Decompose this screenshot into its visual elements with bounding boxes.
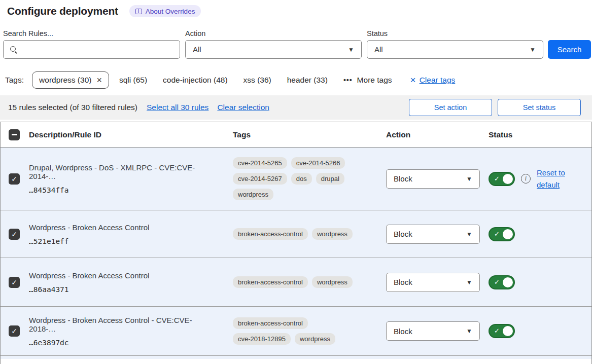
tag-pill: wordpress [312,276,353,288]
rule-description: Wordpress - Broken Access Control [29,271,216,280]
table-header: Description/Rule ID Tags Action Status [1,122,591,148]
indeterminate-icon [12,134,17,135]
remove-tag-icon[interactable]: × [96,76,102,85]
rule-id: …86aa4371 [29,285,216,294]
tag-pill: wordpress [295,333,335,345]
selected-tag-wordpress[interactable]: wordpress (30) × [32,71,109,89]
tag-sqli[interactable]: sqli (65) [119,76,147,85]
about-overrides-label: About Overrides [146,8,195,15]
toggle-knob [503,174,513,184]
select-all-link[interactable]: Select all 30 rules [147,103,208,112]
search-rules-inputbox [3,40,180,59]
tag-pill: broken-access-control [233,276,308,288]
rule-tags: cve-2014-5265cve-2014-5266cve-2014-5267d… [233,157,361,200]
tags-label: Tags: [5,76,24,85]
chevron-down-icon: ▼ [466,175,472,183]
toggle-knob [503,277,513,287]
chevron-down-icon: ▼ [348,46,354,53]
set-status-button[interactable]: Set status [498,99,581,116]
tag-pill: wordpress [233,189,273,200]
action-filter-label: Action [185,29,362,38]
check-icon: ✓ [494,278,500,286]
rules-table: Description/Rule ID Tags Action Status ✓… [0,122,592,364]
action-select-value: Block [394,174,412,183]
selection-bar: 15 rules selected (of 30 filtered rules)… [0,95,592,120]
tag-pill: cve-2014-5267 [233,173,287,185]
clear-selection-link[interactable]: Clear selection [217,103,269,112]
tag-pill: broken-access-control [233,317,308,329]
book-icon [135,9,142,14]
toggle-knob [503,229,513,239]
status-toggle[interactable]: ✓ [489,324,515,338]
clear-tags-button[interactable]: × Clear tags [410,75,456,85]
check-icon: ✓ [494,230,500,238]
row-checkbox[interactable]: ✓ [9,229,20,240]
table-row: ✓ Wordpress - Broken Access Control - CV… [1,307,591,356]
row-checkbox[interactable]: ✓ [9,277,20,288]
chevron-down-icon: ▼ [466,231,472,238]
status-filter-select[interactable]: All ▼ [367,40,543,59]
rule-tags: broken-access-controlcve-2018-12895wordp… [233,317,361,345]
check-icon: ✓ [494,327,500,335]
column-header-tags: Tags [225,130,378,139]
tag-pill: dos [291,173,312,185]
clear-icon: × [410,75,416,85]
tag-pill: cve-2018-12895 [233,333,291,345]
set-action-button[interactable]: Set action [409,99,492,116]
status-filter-label: Status [367,29,543,38]
tag-xss[interactable]: xss (36) [243,76,271,85]
rule-tags: broken-access-controlwordpress [233,276,361,288]
action-select-value: Block [394,230,412,238]
rule-description: Wordpress - Broken Access Control - CVE:… [29,316,216,333]
row-checkbox[interactable]: ✓ [9,173,20,185]
table-row: ✓ Drupal, Wordpress - DoS - XMLRPC - CVE… [1,148,591,210]
selection-summary: 15 rules selected (of 30 filtered rules) [8,103,137,112]
search-rules-input[interactable] [23,41,180,58]
action-select-value: Block [394,327,412,336]
table-row: ✓ Wordpress - Broken Access Control …86a… [1,258,591,307]
ellipsis-icon: ••• [343,76,353,84]
column-header-status: Status [480,130,591,139]
column-header-action: Action [378,130,480,139]
select-all-checkbox[interactable] [9,129,20,140]
rule-id: …84534ffa [29,186,216,194]
chevron-down-icon: ▼ [466,327,472,335]
tag-header[interactable]: header (33) [287,76,328,85]
toggle-knob [503,326,513,336]
rule-description: Wordpress - Broken Access Control [29,223,216,232]
chevron-down-icon: ▼ [530,46,536,53]
tag-pill: wordpress [312,228,353,240]
tag-code-injection[interactable]: code-injection (48) [163,76,228,85]
action-filter-value: All [193,45,201,54]
action-filter-select[interactable]: All ▼ [185,40,362,59]
page-title: Configure deployment [7,5,118,17]
action-select[interactable]: Block ▼ [386,321,480,341]
page-header: Configure deployment About Overrides [7,5,201,17]
action-select[interactable]: Block ▼ [386,225,480,244]
row-checkbox[interactable]: ✓ [9,325,20,337]
status-toggle[interactable]: ✓ [489,275,515,289]
clear-tags-label: Clear tags [420,76,456,85]
status-toggle[interactable]: ✓ [489,172,515,186]
action-select[interactable]: Block ▼ [386,169,480,189]
reset-to-default-link[interactable]: Reset to default [537,167,570,191]
action-select[interactable]: Block ▼ [386,273,480,292]
chevron-down-icon: ▼ [466,279,472,286]
check-icon: ✓ [494,175,500,183]
next-row-partial [1,356,591,359]
info-icon[interactable]: i [521,174,531,184]
search-button[interactable]: Search [548,40,591,59]
rule-tags: broken-access-controlwordpress [233,228,361,240]
rule-id: …521e1eff [29,237,216,245]
selected-tag-label: wordpress (30) [39,76,91,85]
search-rules-label: Search Rules... [3,29,180,38]
more-tags-button[interactable]: ••• More tags [343,76,392,85]
tag-pill: broken-access-control [233,228,308,240]
search-icon [10,46,18,54]
tag-pill: cve-2014-5265 [233,157,287,169]
about-overrides-badge[interactable]: About Overrides [129,5,201,17]
tags-bar: Tags: wordpress (30) × sqli (65) code-in… [5,70,588,89]
rule-id: …6e3897dc [29,339,216,347]
status-toggle[interactable]: ✓ [489,227,515,241]
action-select-value: Block [394,278,412,286]
